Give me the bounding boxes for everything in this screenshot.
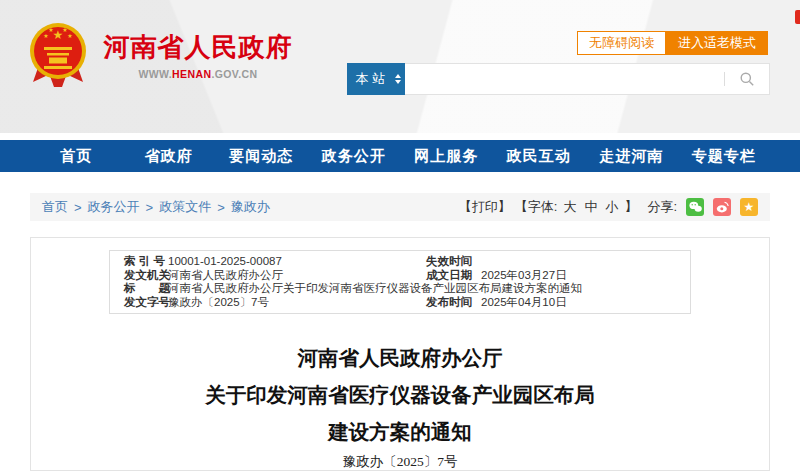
meta-value-doc-number: 豫政办〔2025〕7号	[168, 296, 426, 310]
favorite-share-icon[interactable]: ★	[740, 198, 758, 216]
breadcrumb-item-policy-documents[interactable]: 政策文件	[159, 198, 211, 216]
meta-value-issuing-agency: 河南省人民政府办公厅	[168, 269, 426, 283]
meta-label-index-number: 索 引 号	[124, 255, 168, 269]
breadcrumb-bar: 首页 > 政务公开 > 政策文件 > 豫政办 【打印】 【字体: 大 中 小 】…	[30, 193, 770, 221]
site-logo[interactable]: ★ ★ ★ ★ ★ 河南省人民政府 WWW.HENAN.GOV.CN	[28, 16, 293, 102]
site-url-www: WWW.	[138, 68, 172, 80]
breadcrumb-separator: >	[146, 200, 154, 215]
breadcrumb-separator: >	[217, 200, 225, 215]
search-input[interactable]	[404, 64, 724, 94]
wechat-share-icon[interactable]	[686, 198, 704, 216]
site-title: 河南省人民政府	[102, 30, 294, 65]
document-title-line-1: 河南省人民政府办公厅	[31, 340, 769, 377]
nav-item-online-services[interactable]: 网上服务	[400, 140, 493, 172]
nav-item-special-topics[interactable]: 专题专栏	[678, 140, 771, 172]
star-icon: ★	[744, 201, 755, 213]
search-scope-dropdown[interactable]: 本站	[347, 63, 405, 95]
nav-item-home[interactable]: 首页	[30, 140, 123, 172]
main-navigation: 首页 省政府 要闻动态 政务公开 网上服务 政民互动 走进河南 专题专栏	[0, 140, 800, 172]
font-size-label-close: 】	[624, 198, 637, 216]
meta-value-title: 河南省人民政府办公厅关于印发河南省医疗仪器设备产业园区布局建设方案的通知	[168, 282, 676, 296]
document-title-line-2: 关于印发河南省医疗仪器设备产业园区布局	[31, 377, 769, 414]
nav-item-news[interactable]: 要闻动态	[215, 140, 308, 172]
wechat-glyph-icon	[689, 201, 702, 213]
breadcrumb-item-current: 豫政办	[231, 198, 270, 216]
site-url-domain: HENAN	[172, 68, 211, 80]
nav-items-container: 首页 省政府 要闻动态 政务公开 网上服务 政民互动 走进河南 专题专栏	[30, 140, 770, 172]
page-toolbar: 【打印】 【字体: 大 中 小 】 分享: ★	[459, 198, 758, 216]
meta-row-index: 索 引 号 10001-01-2025-00087 失效时间	[124, 255, 676, 269]
meta-row-issuing-agency: 发文机关 河南省人民政府办公厅 成文日期 2025年03月27日	[124, 269, 676, 283]
font-size-medium-button[interactable]: 中	[584, 198, 597, 216]
document-title-line-3: 建设方案的通知	[31, 414, 769, 451]
accessibility-reading-button[interactable]: 无障碍阅读	[577, 31, 666, 55]
header-mode-buttons: 无障碍阅读 进入适老模式	[577, 31, 768, 55]
site-url-suffix: .GOV.CN	[211, 68, 257, 80]
site-header: ★ ★ ★ ★ ★ 河南省人民政府 WWW.HENAN.GOV.CN 无障碍阅读…	[0, 0, 800, 133]
meta-value-written-date: 2025年03月27日	[481, 269, 676, 283]
meta-row-title: 标 题 河南省人民政府办公厅关于印发河南省医疗仪器设备产业园区布局建设方案的通知	[124, 282, 676, 296]
font-size-label: 【字体:	[515, 198, 558, 216]
elder-mode-button[interactable]: 进入适老模式	[666, 31, 768, 55]
search-scope-label: 本站	[356, 70, 390, 88]
search-button[interactable]	[725, 64, 769, 94]
font-size-large-button[interactable]: 大	[563, 198, 576, 216]
site-url: WWW.HENAN.GOV.CN	[102, 68, 294, 80]
floating-widget-corner	[795, 10, 800, 24]
weibo-glyph-icon	[716, 201, 729, 213]
national-emblem-icon: ★ ★ ★ ★ ★	[28, 20, 88, 88]
document-container: 索 引 号 10001-01-2025-00087 失效时间 发文机关 河南省人…	[30, 237, 770, 471]
document-number: 豫政办〔2025〕7号	[31, 454, 769, 470]
search-icon	[739, 71, 755, 87]
meta-label-title: 标 题	[124, 282, 168, 296]
svg-text:★: ★	[43, 33, 48, 39]
print-button[interactable]: 【打印】	[459, 198, 511, 216]
nav-item-public-interaction[interactable]: 政民互动	[493, 140, 586, 172]
document-title: 河南省人民政府办公厅 关于印发河南省医疗仪器设备产业园区布局 建设方案的通知	[31, 340, 769, 451]
meta-label-issuing-agency: 发文机关	[124, 269, 168, 283]
search-bar: 本站	[347, 63, 770, 95]
meta-label-written-date: 成文日期	[426, 269, 481, 283]
nav-item-provincial-government[interactable]: 省政府	[123, 140, 216, 172]
updown-arrows-icon	[395, 74, 401, 84]
svg-text:★: ★	[67, 33, 72, 39]
meta-row-doc-number: 发文字号 豫政办〔2025〕7号 发布时间 2025年04月10日	[124, 296, 676, 310]
nav-item-gov-affairs-disclosure[interactable]: 政务公开	[308, 140, 401, 172]
breadcrumb-item-gov-affairs[interactable]: 政务公开	[88, 198, 140, 216]
svg-text:★: ★	[48, 27, 53, 33]
weibo-share-icon[interactable]	[713, 198, 731, 216]
meta-value-publish-date: 2025年04月10日	[481, 296, 676, 310]
meta-label-publish-date: 发布时间	[426, 296, 481, 310]
nav-item-into-henan[interactable]: 走进河南	[585, 140, 678, 172]
meta-label-doc-number: 发文字号	[124, 296, 168, 310]
share-label: 分享:	[647, 198, 677, 216]
breadcrumb-separator: >	[74, 200, 82, 215]
font-size-small-button[interactable]: 小	[605, 198, 618, 216]
document-meta-table: 索 引 号 10001-01-2025-00087 失效时间 发文机关 河南省人…	[109, 250, 691, 314]
meta-value-index-number: 10001-01-2025-00087	[168, 255, 426, 269]
breadcrumb-item-home[interactable]: 首页	[42, 198, 68, 216]
breadcrumb: 首页 > 政务公开 > 政策文件 > 豫政办	[42, 198, 270, 216]
meta-label-expiry-date: 失效时间	[426, 255, 481, 269]
